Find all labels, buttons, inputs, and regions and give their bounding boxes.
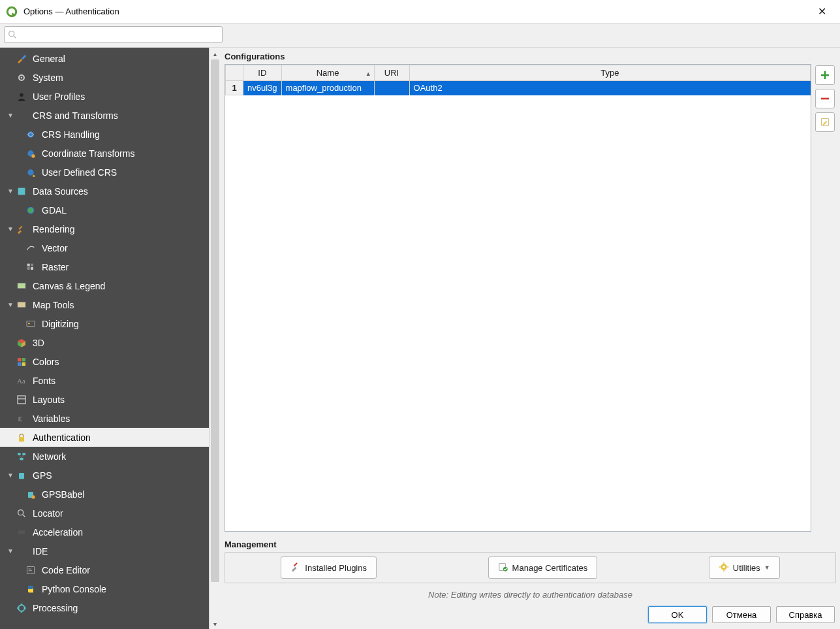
sidebar-item-label: Map Tools — [33, 300, 74, 310]
svg-rect-52 — [21, 611, 23, 613]
sidebar-scrollbar[interactable]: ▴ ▾ — [209, 48, 221, 629]
sidebar-item-label: Fonts — [33, 376, 55, 386]
col-type[interactable]: Type — [409, 65, 810, 81]
sidebar-item-vector[interactable]: Vector — [0, 238, 221, 257]
sidebar-item-fonts[interactable]: AaFonts — [0, 371, 221, 390]
chevron-down-icon: ▼ — [7, 472, 14, 479]
svg-point-50 — [18, 605, 24, 611]
sidebar-item-python-console[interactable]: Python Console — [0, 579, 221, 598]
col-uri[interactable]: URI — [374, 65, 409, 81]
raster-icon — [25, 261, 37, 273]
installed-plugins-button[interactable]: Installed Plugins — [281, 556, 377, 579]
sidebar-item-3d[interactable]: 3D — [0, 333, 221, 352]
sidebar-item-code-editor[interactable]: Code Editor — [0, 560, 221, 579]
col-id[interactable]: ID — [243, 65, 282, 81]
svg-text:Aa: Aa — [17, 378, 25, 385]
edit-config-button[interactable] — [815, 112, 835, 132]
config-table-container: ID Name▲ URI Type 1 nv6ul3g mapflow_prod… — [225, 64, 811, 532]
sidebar-item-crs-handling[interactable]: CRS Handling — [0, 125, 221, 144]
sidebar-item-label: Canvas & Legend — [33, 281, 105, 291]
sidebar-item-processing[interactable]: Processing — [0, 598, 221, 617]
svg-rect-29 — [18, 362, 21, 365]
sidebar-item-system[interactable]: System — [0, 68, 221, 87]
sidebar-item-user-defined-crs[interactable]: User Defined CRS — [0, 163, 221, 182]
svg-rect-67 — [727, 566, 729, 567]
sidebar-item-gps[interactable]: ▼GPS — [0, 466, 221, 485]
sidebar-item-acceleration[interactable]: Acceleration — [0, 523, 221, 541]
user-icon — [16, 91, 27, 103]
sidebar-item-label: Authentication — [33, 432, 91, 443]
dropdown-icon: ▼ — [764, 564, 770, 571]
cell-id[interactable]: nv6ul3g — [243, 81, 282, 95]
svg-line-3 — [14, 36, 16, 38]
svg-text:ε: ε — [18, 413, 22, 423]
add-config-button[interactable] — [815, 65, 835, 85]
sidebar-item-gdal[interactable]: GDAL — [0, 201, 221, 219]
cell-name[interactable]: mapflow_production — [281, 81, 374, 95]
sidebar-item-ide[interactable]: ▼IDE — [0, 541, 221, 560]
certificate-icon — [498, 562, 508, 574]
acceleration-icon — [16, 526, 27, 538]
edit-note: Note: Editing writes directly to authent… — [221, 587, 840, 606]
sidebar-item-crs-and-transforms[interactable]: ▼CRS and Transforms — [0, 106, 221, 125]
wrench-icon — [16, 53, 27, 65]
cancel-button[interactable]: Отмена — [712, 606, 771, 623]
row-header-blank[interactable] — [226, 65, 243, 81]
remove-config-button[interactable] — [815, 89, 835, 108]
sidebar-item-gpsbabel[interactable]: GPSBabel — [0, 485, 221, 504]
config-tool-column — [811, 64, 836, 532]
sidebar-item-general[interactable]: General — [0, 49, 221, 68]
cell-uri[interactable] — [374, 81, 409, 95]
gpsbabel-icon — [25, 489, 37, 500]
sidebar-item-rendering[interactable]: ▼Rendering — [0, 219, 221, 238]
button-label: Installed Plugins — [305, 563, 367, 573]
sidebar-item-user-profiles[interactable]: User Profiles — [0, 87, 221, 106]
configurations-label: Configurations — [221, 48, 840, 64]
sidebar-item-digitizing[interactable]: Digitizing — [0, 314, 221, 333]
sidebar-item-locator[interactable]: Locator — [0, 504, 221, 523]
close-icon[interactable]: ✕ — [809, 7, 835, 17]
sidebar: General System User Profiles ▼CRS and Tr… — [0, 48, 221, 629]
svg-rect-38 — [20, 458, 23, 460]
help-button[interactable]: Справка — [776, 606, 835, 623]
scrollbar-thumb[interactable] — [211, 59, 219, 582]
cell-type[interactable]: OAuth2 — [409, 81, 810, 95]
ok-button[interactable]: OK — [648, 606, 707, 623]
svg-rect-28 — [22, 358, 25, 361]
scroll-down-icon[interactable]: ▾ — [210, 618, 221, 629]
table-row[interactable]: 1 nv6ul3g mapflow_production OAuth2 — [226, 81, 811, 95]
sidebar-item-data-sources[interactable]: ▼Data Sources — [0, 182, 221, 201]
sidebar-item-label: User Profiles — [33, 91, 85, 102]
sidebar-item-colors[interactable]: Colors — [0, 352, 221, 371]
map-icon — [16, 299, 27, 311]
svg-rect-59 — [294, 562, 298, 566]
manage-certificates-button[interactable]: Manage Certificates — [488, 556, 598, 579]
svg-rect-53 — [17, 607, 19, 609]
svg-point-23 — [28, 323, 30, 325]
sidebar-item-raster[interactable]: Raster — [0, 257, 221, 276]
svg-line-40 — [22, 455, 23, 458]
svg-rect-36 — [18, 453, 21, 455]
qgis-icon — [5, 5, 18, 18]
search-input[interactable] — [20, 29, 222, 40]
scroll-up-icon[interactable]: ▴ — [210, 48, 221, 59]
sidebar-item-authentication[interactable]: Authentication — [0, 428, 221, 447]
svg-rect-22 — [27, 321, 35, 326]
vector-icon — [25, 242, 37, 254]
locator-icon — [16, 508, 27, 519]
svg-rect-66 — [719, 566, 721, 567]
sidebar-item-network[interactable]: Network — [0, 447, 221, 466]
svg-rect-35 — [19, 437, 24, 442]
sidebar-item-coordinate-transforms[interactable]: Coordinate Transforms — [0, 144, 221, 163]
chevron-down-icon: ▼ — [7, 225, 14, 233]
utilities-button[interactable]: Utilities ▼ — [709, 556, 780, 579]
gear-color-icon — [719, 562, 729, 574]
col-name[interactable]: Name▲ — [281, 65, 374, 81]
ide-icon — [16, 545, 27, 557]
search-input-wrapper[interactable] — [4, 26, 223, 43]
svg-point-7 — [27, 131, 33, 137]
sidebar-item-layouts[interactable]: Layouts — [0, 390, 221, 409]
sidebar-item-map-tools[interactable]: ▼Map Tools — [0, 295, 221, 314]
sidebar-item-canvas-legend[interactable]: Canvas & Legend — [0, 276, 221, 295]
sidebar-item-variables[interactable]: εVariables — [0, 409, 221, 428]
